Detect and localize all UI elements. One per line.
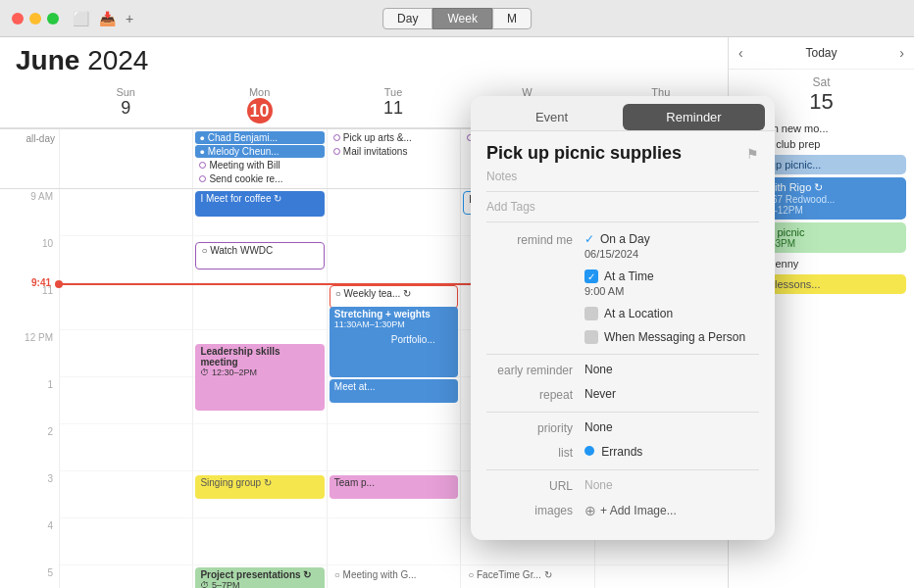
event-weekly-tea[interactable]: ○ Weekly tea... ↻ [330, 285, 458, 309]
view-month-button[interactable]: M [492, 8, 532, 29]
time-5pm: 5 [0, 565, 59, 588]
allday-sun [59, 129, 192, 188]
day-header-tue: Tue 11 [327, 82, 460, 127]
images-label: images [486, 503, 584, 517]
reminder-popup[interactable]: Event Reminder Pick up picnic supplies ⚑… [471, 96, 775, 540]
cell-tue-2 [327, 424, 460, 471]
list-name: Errands [601, 445, 642, 459]
event-singing-group[interactable]: Singing group ↻ [195, 475, 324, 499]
cell-tue-10 [327, 236, 460, 283]
fullscreen-button[interactable] [47, 13, 59, 24]
inbox-icon[interactable]: 📥 [99, 11, 116, 26]
url-label: URL [486, 478, 584, 493]
repeat-label: repeat [486, 387, 584, 402]
at-a-time-row: ✓ At a Time [584, 270, 759, 283]
add-image-button[interactable]: ⊕ + Add Image... [584, 503, 759, 518]
event-time: 11:30AM–1:30PM [334, 319, 453, 329]
modal-title-row: Pick up picnic supplies ⚑ [486, 143, 759, 164]
list-dot [584, 446, 594, 456]
modal-field-priority: priority None [486, 420, 759, 435]
event-team-p[interactable]: Team p... [330, 475, 458, 499]
cell-sun-9 [59, 189, 192, 236]
allday-event-cookie[interactable]: Send cookie re... [195, 172, 324, 185]
add-image-icon: ⊕ [584, 503, 596, 518]
day-header-sun: Sun 9 [59, 82, 192, 127]
tab-event[interactable]: Event [481, 104, 623, 130]
time-4pm: 4 [0, 518, 59, 565]
event-meeting-g[interactable]: ○ Meeting with G... [330, 567, 458, 588]
list-value[interactable]: Errands [584, 445, 759, 459]
at-location-row: At a Location [584, 307, 759, 320]
on-a-day-row: ✓ On a Day [584, 232, 759, 246]
allday-event-chad[interactable]: ● Chad Benjami... [195, 131, 324, 144]
event-facetime[interactable]: ○ FaceTime Gr... ↻ [463, 567, 591, 588]
allday-event-meeting-bill[interactable]: Meeting with Bill [195, 159, 324, 172]
event-meet-coffee[interactable]: I Meet for coffee ↻ [195, 191, 324, 217]
modal-field-remind: remind me ✓ On a Day 06/15/2024 [486, 232, 759, 260]
minimize-button[interactable] [29, 13, 41, 24]
event-leadership[interactable]: Leadership skills meeting ⏱ 12:30–2PM [195, 344, 324, 411]
allday-label: all-day [0, 129, 59, 188]
on-a-day-label: On a Day [600, 232, 650, 246]
at-location-label: At a Location [604, 307, 673, 320]
event-title: I Meet for coffee ↻ [200, 193, 281, 204]
allday-tue: Pick up arts &... Mail invitations [327, 129, 460, 188]
cell-thu-5 [594, 565, 728, 588]
cell-sun-1 [59, 377, 192, 424]
view-switcher: Day Week M [382, 8, 532, 29]
event-project-pres[interactable]: Project presentations ↻ ⏱ 5–7PM [195, 567, 324, 588]
modal-title: Pick up picnic supplies [486, 143, 682, 164]
priority-value[interactable]: None [584, 420, 759, 434]
view-week-button[interactable]: Week [432, 8, 491, 29]
at-a-time-checkbox[interactable]: ✓ [584, 270, 598, 283]
modal-notes[interactable]: Notes [486, 170, 759, 192]
at-location-value: At a Location [584, 307, 759, 320]
url-value[interactable]: None [584, 478, 759, 492]
cell-mon-2 [192, 424, 326, 471]
modal-flag-icon[interactable]: ⚑ [746, 146, 759, 162]
modal-tags[interactable]: Add Tags [486, 200, 759, 222]
remind-me-label: remind me [486, 232, 584, 247]
allday-mon: ● Chad Benjami... ● Melody Cheun... Meet… [192, 129, 326, 188]
modal-tabs: Event Reminder [471, 96, 775, 131]
at-a-time-label: At a Time [604, 270, 654, 283]
modal-field-time: ✓ At a Time 9:00 AM [486, 270, 759, 297]
prev-month-button[interactable]: ‹ [738, 45, 743, 61]
repeat-value[interactable]: Never [584, 387, 759, 401]
allday-event-melody[interactable]: ● Melody Cheun... [195, 145, 324, 158]
day-header-mon: Mon 10 [192, 82, 326, 127]
at-a-time-value: 9:00 AM [584, 285, 759, 297]
view-day-button[interactable]: Day [382, 8, 432, 29]
sidebar-icon[interactable]: ⬜ [73, 11, 89, 26]
messaging-checkbox[interactable] [584, 330, 598, 344]
allday-event-mail-inv[interactable]: Mail invitations [330, 145, 458, 158]
close-button[interactable] [12, 13, 24, 24]
cell-mon-9: I Meet for coffee ↻ [192, 189, 326, 236]
calendar-container: June 2024 Sun 9 Mon 10 Tue 11 W 12 [0, 37, 914, 588]
early-reminder-value[interactable]: None [584, 363, 759, 376]
cell-mon-10: ○ Watch WWDC [192, 236, 326, 283]
today-button[interactable]: Today [805, 46, 837, 60]
time-9am: 9 AM [0, 189, 59, 236]
modal-field-messaging: When Messaging a Person [486, 330, 759, 344]
modal-field-early: early reminder None [486, 363, 759, 377]
messaging-label-empty [486, 330, 584, 331]
add-icon[interactable]: + [126, 11, 133, 26]
cell-mon-11 [192, 283, 326, 330]
event-portfolio[interactable]: Portfolio... [387, 332, 458, 356]
at-location-checkbox[interactable] [584, 307, 598, 320]
cell-mon-12: Leadership skills meeting ⏱ 12:30–2PM [192, 330, 326, 377]
tab-reminder[interactable]: Reminder [623, 104, 765, 130]
next-month-button[interactable]: › [899, 45, 904, 61]
cell-tue-4 [327, 518, 460, 565]
allday-event-pickup-arts[interactable]: Pick up arts &... [330, 131, 458, 144]
on-a-day-check[interactable]: ✓ [584, 232, 594, 246]
at-location-label-empty [486, 307, 584, 308]
right-day-name: Sat [729, 75, 914, 89]
modal-field-url: URL None [486, 478, 759, 493]
cell-sun-4 [59, 518, 192, 565]
cell-mon-4 [192, 518, 326, 565]
event-watch-wwdc[interactable]: ○ Watch WWDC [195, 242, 324, 270]
event-meet-at[interactable]: Meet at... [330, 379, 458, 403]
traffic-lights [12, 13, 59, 24]
